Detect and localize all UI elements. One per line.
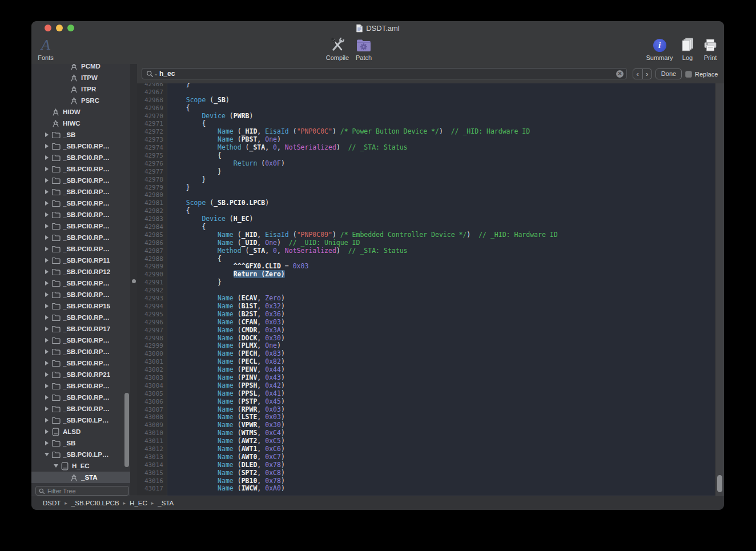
patch-button[interactable]: Patch — [347, 36, 381, 62]
code-line[interactable]: 42994 Name (B1ST, 0x32) — [137, 303, 715, 311]
tree-item[interactable]: ITPR — [31, 83, 130, 95]
disclosure-triangle-icon[interactable] — [43, 300, 51, 312]
tree-item[interactable]: _SB.PCI0.RP21 — [31, 369, 130, 380]
code-line[interactable]: 43011 Name (AWT2, 0xC5) — [137, 437, 715, 445]
breadcrumb-item[interactable]: DSDT — [43, 500, 61, 506]
code-line[interactable]: 42996 Name (CFAN, 0x03) — [137, 319, 715, 327]
disclosure-triangle-icon[interactable] — [43, 232, 51, 243]
code-line[interactable]: 43015 Name (SPT2, 0xC8) — [137, 469, 715, 477]
code-line[interactable]: 42975 { — [137, 152, 715, 160]
code-line[interactable]: 43004 Name (PPSH, 0x42) — [137, 382, 715, 390]
code-line[interactable]: 43000 Name (PECH, 0x83) — [137, 350, 715, 358]
disclosure-triangle-icon[interactable] — [43, 129, 51, 140]
disclosure-triangle-icon[interactable] — [43, 266, 51, 277]
print-button[interactable]: Print — [696, 36, 724, 62]
code-line[interactable]: 43005 Name (PPSL, 0x41) — [137, 390, 715, 398]
tree-item[interactable]: ITPW — [31, 72, 130, 83]
code-line[interactable]: 42987 Method (_STA, 0, NotSerialized) //… — [137, 247, 715, 255]
disclosure-triangle-icon[interactable] — [43, 323, 51, 335]
code-line[interactable]: 42973 Name (PBST, One) — [137, 136, 715, 144]
disclosure-triangle-icon[interactable] — [43, 415, 51, 426]
code-line[interactable]: 43014 Name (DLED, 0x78) — [137, 461, 715, 469]
disclosure-triangle-icon[interactable] — [43, 255, 51, 266]
tree-item[interactable]: HIDW — [31, 106, 130, 118]
previous-match-button[interactable]: ‹ — [633, 69, 643, 79]
tree-item[interactable]: _SB.PCI0.RP… — [31, 346, 130, 357]
disclosure-triangle-icon[interactable] — [43, 186, 51, 198]
code-line[interactable]: 42984 { — [137, 223, 715, 231]
code-line[interactable]: 43006 Name (PSTP, 0x45) — [137, 398, 715, 406]
tree-item[interactable]: _SB.PCI0.LP… — [31, 415, 130, 426]
code-line[interactable]: 42988 { — [137, 255, 715, 263]
tree-item[interactable]: _SB.PCI0.RP… — [31, 186, 130, 198]
editor-scrollbar-track[interactable] — [715, 83, 724, 496]
tree-item[interactable]: H_EC — [31, 460, 130, 472]
code-line[interactable]: 42991 } — [137, 279, 715, 287]
code-line[interactable]: 42989 ^^^GFX0.CLID = 0x03 — [137, 263, 715, 271]
disclosure-triangle-icon[interactable] — [43, 312, 51, 323]
disclosure-triangle-icon[interactable] — [43, 198, 51, 209]
replace-checkbox[interactable] — [685, 71, 692, 78]
code-line[interactable]: 42983 Device (H_EC) — [137, 215, 715, 223]
search-icon[interactable] — [146, 70, 154, 78]
code-editor[interactable]: 42966 }4296742968 Scope (_SB)42969 {4297… — [137, 83, 724, 496]
tree-item[interactable]: _SB.PCI0.RP… — [31, 357, 130, 369]
tree-item[interactable]: ALSD — [31, 426, 130, 437]
tree-item[interactable]: _SB.PCI0.RP17 — [31, 323, 130, 335]
code-line[interactable]: 42985 Name (_HID, EisaId ("PNP0C09") /* … — [137, 231, 715, 239]
code-line[interactable]: 42995 Name (B2ST, 0x36) — [137, 311, 715, 319]
code-line[interactable]: 43001 Name (PECL, 0x82) — [137, 358, 715, 366]
code-line[interactable]: 42966 } — [137, 83, 715, 89]
tree-item[interactable]: _SB.PCI0.RP11 — [31, 255, 130, 266]
code-line[interactable]: 43012 Name (AWT1, 0xC6) — [137, 445, 715, 453]
tree-item[interactable]: _SB.PCI0.RP… — [31, 209, 130, 220]
done-button[interactable]: Done — [656, 69, 682, 79]
disclosure-triangle-icon[interactable] — [43, 140, 51, 152]
disclosure-triangle-icon[interactable] — [43, 335, 51, 346]
code-line[interactable]: 42999 Name (PLMX, One) — [137, 342, 715, 350]
code-line[interactable]: 43009 Name (VPWR, 0x30) — [137, 421, 715, 429]
disclosure-triangle-icon[interactable] — [43, 449, 51, 460]
tree-item[interactable]: _SB.PCI0.LP… — [31, 449, 130, 460]
tree-item[interactable]: _SB.PCI0.RP… — [31, 392, 130, 403]
split-divider-handle[interactable] — [132, 279, 136, 283]
code-line[interactable]: 43017 Name (IWCW, 0xA0) — [137, 485, 715, 493]
code-line[interactable]: 42980 — [137, 191, 715, 199]
code-line[interactable]: 42971 { — [137, 120, 715, 128]
code-line[interactable]: 42972 Name (_HID, EisaId ("PNP0C0C") /* … — [137, 128, 715, 136]
code-line[interactable]: 42998 Name (DOCK, 0x30) — [137, 335, 715, 343]
code-line[interactable]: 43016 Name (PB10, 0x78) — [137, 477, 715, 485]
code-line[interactable]: 42990 Return (Zero) — [137, 271, 715, 279]
sidebar-scrollbar-thumb[interactable] — [124, 393, 129, 467]
code-line[interactable]: 42969 { — [137, 104, 715, 112]
disclosure-triangle-icon[interactable] — [43, 369, 51, 380]
tree-item[interactable]: _SB.PCI0.RP… — [31, 243, 130, 255]
fonts-button[interactable]: A Fonts — [31, 36, 62, 62]
code-line[interactable]: 42968 Scope (_SB) — [137, 96, 715, 104]
tree-item[interactable]: _SB.PCI0.RP… — [31, 312, 130, 323]
summary-button[interactable]: i Summary — [642, 36, 677, 62]
disclosure-triangle-icon[interactable] — [43, 209, 51, 220]
disclosure-triangle-icon[interactable] — [43, 380, 51, 392]
code-line[interactable]: 42993 Name (ECAV, Zero) — [137, 295, 715, 303]
code-line[interactable]: 42982 { — [137, 207, 715, 215]
tree-item[interactable]: HIWC — [31, 118, 130, 129]
disclosure-triangle-icon[interactable] — [43, 346, 51, 357]
tree-item[interactable]: _SB.PCI0.RP15 — [31, 300, 130, 312]
disclosure-triangle-icon[interactable] — [43, 163, 51, 175]
code-line[interactable]: 42979 } — [137, 184, 715, 192]
tree-item[interactable]: _SB.PCI0.RP… — [31, 220, 130, 232]
chevron-down-icon[interactable]: ⌄ — [154, 71, 158, 78]
code-line[interactable]: 42976 Return (0x0F) — [137, 160, 715, 168]
tree-item[interactable]: PCMD — [31, 64, 130, 72]
code-line[interactable]: 42978 } — [137, 176, 715, 184]
tree-item[interactable]: _SB.PCI0.RP… — [31, 277, 130, 289]
code-line[interactable]: 42981 Scope (_SB.PCI0.LPCB) — [137, 199, 715, 207]
clear-icon[interactable]: ✕ — [616, 70, 624, 78]
code-line[interactable]: 42977 } — [137, 168, 715, 176]
tree-item[interactable]: _SB.PCI0.RP… — [31, 403, 130, 415]
disclosure-triangle-icon[interactable] — [43, 426, 51, 437]
disclosure-triangle-icon[interactable] — [43, 392, 51, 403]
tree-item[interactable]: _STA — [31, 472, 130, 483]
tree-item[interactable]: _SB.PCI0.RP… — [31, 163, 130, 175]
